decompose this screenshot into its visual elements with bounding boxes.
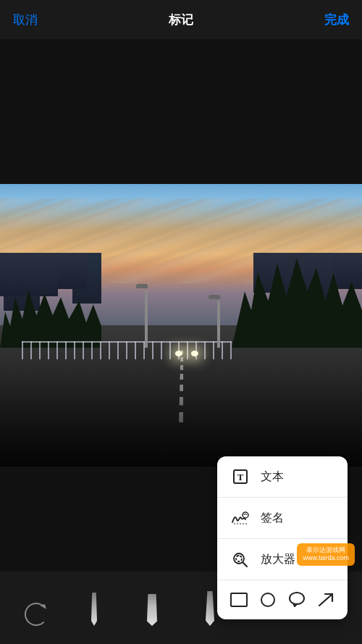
circle-icon[interactable]: [257, 589, 279, 611]
magnifier-label: 放大器: [261, 552, 295, 567]
streetlight-2: [217, 301, 220, 348]
header-bar: 取消 标记 完成: [0, 0, 362, 39]
undo-icon: [22, 590, 50, 626]
popup-menu: T 文本 签名 放大器: [217, 456, 348, 619]
undo-button[interactable]: [22, 590, 50, 626]
popup-item-text[interactable]: T 文本: [217, 456, 348, 498]
svg-rect-6: [231, 593, 247, 606]
text-icon: T: [230, 467, 251, 487]
photo-area: [0, 184, 362, 467]
magnifier-icon: [230, 549, 251, 569]
shape-row: [217, 580, 348, 619]
cancel-button[interactable]: 取消: [13, 12, 38, 28]
marker-icon: [138, 590, 166, 626]
text-label: 文本: [261, 469, 284, 485]
page-title: 标记: [169, 12, 193, 28]
svg-point-7: [261, 593, 274, 606]
watermark-badge: 泰尔达游戏网www.tairda.com: [297, 543, 355, 566]
streetlight-1: [145, 290, 148, 348]
dark-top-area: [0, 39, 362, 184]
watermark-text: 泰尔达游戏网www.tairda.com: [297, 543, 355, 566]
car-headlights: [172, 346, 201, 359]
signature-icon: [230, 508, 251, 528]
svg-text:T: T: [237, 472, 244, 482]
svg-line-9: [319, 594, 332, 606]
speech-bubble-icon[interactable]: [286, 589, 308, 611]
arrow-icon[interactable]: [315, 589, 337, 611]
photo-bottom-overlay: [0, 382, 362, 467]
svg-point-8: [290, 593, 304, 604]
svg-line-5: [243, 562, 247, 566]
thin-pen-tool[interactable]: [80, 590, 108, 626]
done-button[interactable]: 完成: [324, 12, 349, 28]
rect-icon[interactable]: [228, 589, 250, 611]
popup-item-signature[interactable]: 签名: [217, 498, 348, 539]
signature-label: 签名: [261, 511, 284, 526]
thin-pen-icon: [80, 590, 108, 626]
svg-point-2: [243, 512, 248, 518]
marker-tool[interactable]: [138, 590, 166, 626]
